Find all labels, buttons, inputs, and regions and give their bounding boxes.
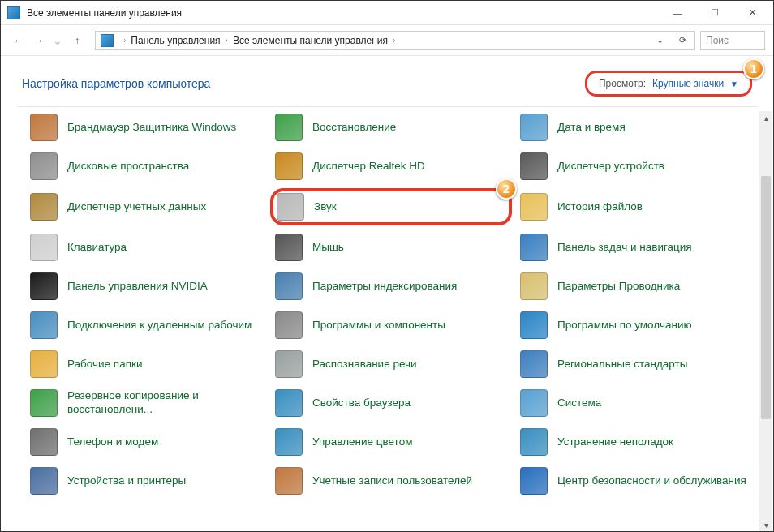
scroll-thumb[interactable] [761, 176, 771, 419]
page-heading: Настройка параметров компьютера [22, 77, 210, 90]
control-panel-item[interactable]: Брандмауэр Защитника Windows [25, 110, 267, 144]
control-panel-item[interactable]: Панель задач и навигация [515, 230, 757, 264]
control-panel-item[interactable]: Телефон и модем [25, 425, 267, 459]
control-panel-item[interactable]: Система [515, 386, 757, 420]
control-panel-item[interactable]: Звук2 [270, 188, 512, 225]
scroll-down-button[interactable]: ▾ [759, 518, 772, 532]
item-label: Телефон и модем [67, 435, 158, 449]
breadcrumb-1[interactable]: Панель управления [131, 35, 220, 46]
item-icon [520, 389, 548, 417]
item-label: Панель задач и навигация [557, 241, 692, 255]
item-label: Распознавание речи [312, 358, 417, 371]
item-icon [275, 152, 303, 180]
item-label: Диспетчер Realtek HD [312, 160, 425, 174]
maximize-button[interactable]: ☐ [703, 5, 726, 21]
address-bar[interactable]: › Панель управления › Все элементы панел… [95, 31, 695, 50]
up-button[interactable]: ↑ [67, 35, 87, 46]
scroll-up-button[interactable]: ▴ [759, 111, 772, 125]
item-label: Система [557, 397, 601, 410]
breadcrumb-2[interactable]: Все элементы панели управления [233, 35, 388, 46]
item-icon [275, 428, 303, 456]
item-label: Брандмауэр Защитника Windows [67, 121, 236, 135]
item-label: Устранение неполадок [557, 435, 673, 449]
minimize-button[interactable]: — [666, 5, 689, 21]
item-icon [520, 311, 548, 339]
item-icon [275, 389, 303, 417]
control-panel-item[interactable]: Управление цветом [270, 425, 512, 459]
control-panel-item[interactable]: Мышь [270, 230, 512, 264]
control-panel-item[interactable]: Дисковые пространства [25, 149, 267, 183]
control-panel-item[interactable]: Распознавание речи [270, 347, 512, 381]
item-label: История файлов [557, 200, 643, 214]
header-row: Настройка параметров компьютера Просмотр… [1, 56, 773, 105]
control-panel-item[interactable]: История файлов [515, 188, 757, 225]
control-panel-item[interactable]: Устройства и принтеры [25, 464, 267, 498]
location-icon [101, 34, 114, 47]
control-panel-item[interactable]: Диспетчер Realtek HD [270, 149, 512, 183]
item-icon [30, 114, 58, 141]
item-icon [520, 193, 548, 221]
control-panel-item[interactable]: Подключения к удаленным рабочим [25, 308, 267, 342]
item-icon [275, 114, 303, 141]
item-label: Резервное копирование и восстановлени... [67, 389, 262, 417]
view-selector[interactable]: Просмотр: Крупные значки ▼ 1 [585, 71, 752, 97]
item-icon [30, 467, 58, 495]
control-panel-item[interactable]: Клавиатура [25, 230, 267, 264]
chevron-icon: › [226, 36, 228, 45]
item-icon [275, 311, 303, 339]
control-panel-item[interactable]: Панель управления NVIDIA [25, 269, 267, 303]
close-button[interactable]: ✕ [741, 5, 763, 21]
item-label: Программы и компоненты [312, 319, 445, 332]
control-panel-item[interactable]: Восстановление [270, 110, 512, 144]
search-input[interactable]: Поис [700, 31, 765, 50]
annotation-1: 1 [743, 58, 764, 79]
control-panel-item[interactable]: Учетные записи пользователей [270, 464, 512, 498]
scrollbar[interactable]: ▴ ▾ [759, 111, 772, 532]
item-icon [520, 114, 548, 141]
control-panel-item[interactable]: Дата и время [515, 110, 757, 144]
item-icon [30, 389, 58, 417]
control-panel-item[interactable]: Программы и компоненты [270, 308, 512, 342]
control-panel-item[interactable]: Программы по умолчанию [515, 308, 757, 342]
control-panel-item[interactable]: Центр безопасности и обслуживания [515, 464, 757, 498]
item-label: Дата и время [557, 121, 626, 135]
item-icon [520, 428, 548, 456]
control-panel-item[interactable]: Устранение неполадок [515, 425, 757, 459]
forward-button[interactable]: → [28, 34, 48, 47]
chevron-icon: › [123, 36, 126, 45]
control-panel-item[interactable]: Региональные стандарты [515, 347, 757, 381]
control-panel-item[interactable]: Диспетчер учетных данных [25, 188, 267, 225]
item-label: Панель управления NVIDIA [67, 280, 208, 294]
items-grid: Брандмауэр Защитника WindowsВосстановлен… [1, 107, 773, 498]
item-icon [30, 234, 58, 261]
item-label: Подключения к удаленным рабочим [67, 319, 252, 332]
window-title: Все элементы панели управления [27, 7, 666, 19]
item-label: Рабочие папки [67, 358, 142, 371]
item-label: Мышь [312, 241, 344, 255]
refresh-button[interactable]: ⟳ [675, 35, 690, 45]
titlebar: Все элементы панели управления — ☐ ✕ [1, 1, 773, 25]
address-dropdown[interactable]: ⌄ [656, 35, 664, 45]
item-label: Звук [314, 200, 337, 214]
item-label: Центр безопасности и обслуживания [557, 474, 746, 488]
control-panel-item[interactable]: Резервное копирование и восстановлени... [25, 386, 267, 420]
content-area: Настройка параметров компьютера Просмотр… [1, 56, 773, 532]
control-panel-item[interactable]: Свойства браузера [270, 386, 512, 420]
item-icon [30, 350, 58, 378]
control-panel-item[interactable]: Диспетчер устройств [515, 149, 757, 183]
history-dropdown[interactable]: ⌄ [48, 34, 67, 47]
item-label: Устройства и принтеры [67, 474, 186, 488]
item-label: Параметры индексирования [312, 280, 457, 294]
item-label: Учетные записи пользователей [312, 474, 472, 488]
item-icon [275, 234, 303, 261]
back-button[interactable]: ← [9, 34, 28, 47]
control-panel-item[interactable]: Параметры Проводника [515, 269, 757, 303]
control-panel-item[interactable]: Параметры индексирования [270, 269, 512, 303]
chevron-icon: › [393, 36, 395, 45]
item-icon [30, 311, 58, 339]
view-label: Просмотр: [599, 78, 646, 89]
item-label: Региональные стандарты [557, 358, 687, 371]
item-icon [30, 428, 58, 456]
control-panel-item[interactable]: Рабочие папки [25, 347, 267, 381]
item-icon [277, 193, 304, 221]
